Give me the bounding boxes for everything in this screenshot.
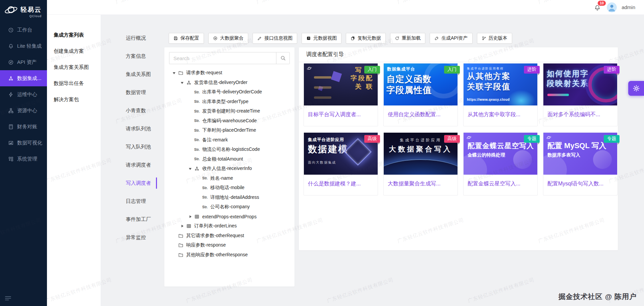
toolbar-button[interactable]: 复制元数据 [346, 33, 386, 44]
search-input[interactable] [169, 52, 276, 64]
tree-node[interactable]: Str. 姓名-name [164, 174, 294, 183]
level-badge: 高级 [444, 135, 460, 143]
tree-node-type-icon: Str. [194, 90, 202, 94]
scheme-menu-item[interactable]: 运行概况 [101, 29, 164, 47]
scheme-menu-item[interactable]: 方案信息 [101, 47, 164, 65]
sidebar-item[interactable]: 系统管理 [0, 151, 47, 167]
tree-node[interactable]: Str. 出库单类型-orderType [164, 97, 294, 107]
guide-card-title[interactable]: 配置金蝶云星空写入... [468, 180, 533, 187]
sidebar-item[interactable]: 数据可视化 [0, 135, 47, 151]
solution-menu-item[interactable]: 集成方案关系图 [47, 59, 101, 75]
guide-card[interactable]: 集成平台进阶应用 大数据聚合写入 高级 大数据量聚合生成写... [383, 132, 458, 195]
thumbnail-main-text: 如何使用字 段映射关系 [547, 69, 589, 89]
scheme-menu-item[interactable]: 数据管理 [101, 83, 164, 101]
sidebar-item[interactable]: 财务对账 [0, 119, 47, 135]
avatar[interactable] [607, 2, 617, 12]
settings-fab[interactable] [628, 81, 644, 96]
toolbar-button[interactable]: 保存配置 [169, 33, 204, 44]
scheme-menu-item[interactable]: 事件加工厂 [101, 210, 164, 228]
toolbar-button[interactable]: 大数据聚合 [208, 33, 248, 44]
caret-icon[interactable] [188, 166, 192, 171]
scheme-menu-item[interactable]: 请求调度者 [101, 156, 164, 174]
guide-card[interactable]: 如何使用字 段映射关系 进阶 面对多个系统编码不... [543, 63, 618, 126]
caret-icon[interactable] [180, 80, 184, 85]
scheme-menu-item[interactable]: 小青查数 [101, 101, 164, 120]
toolbar-button[interactable]: 历史版本 [477, 33, 512, 44]
level-badge: 进阶 [604, 66, 620, 74]
guide-card[interactable]: 配置金蝶云星空写入 金蝶云的特殊处理 专题 配置金蝶云星空写入... [463, 132, 538, 195]
sidebar-item[interactable]: 数据集成... [0, 70, 47, 86]
guide-card[interactable]: 写 入 字段配 关 联 入门 目标平台写入调度者... [304, 63, 378, 126]
scheme-menu-item[interactable]: 异常监控 [101, 228, 164, 247]
guide-card-title[interactable]: 大数据量聚合生成写... [388, 180, 453, 187]
caret-icon[interactable] [188, 215, 192, 218]
tree-node[interactable]: Str. 备注-remark [164, 135, 294, 145]
sidebar-item[interactable]: API 资产 [0, 54, 47, 70]
guide-card[interactable]: 集成平台进阶应用 数据建模 面向大数据集成 高级 什么是数据建模？建... [304, 132, 378, 195]
guide-card-title[interactable]: 什么是数据建模？建... [308, 180, 374, 187]
thumbnail-main-text: 自定义函数 字段属性值 [386, 74, 432, 96]
tree-node[interactable]: Str. 物流公司名称-logisticsCode [164, 145, 294, 155]
toolbar-button[interactable]: 重新加载 [390, 33, 425, 44]
toolbar-button-icon [482, 36, 486, 41]
tree-node[interactable]: 发货单信息-deliveryOrder [164, 78, 294, 88]
tree-node[interactable]: extendProps-extendProps [164, 212, 294, 222]
tree-node[interactable]: Str. 公司名称-company [164, 202, 294, 212]
sidebar-item-label: 工作台 [17, 27, 32, 33]
username[interactable]: admin [622, 4, 635, 10]
tree-node[interactable]: Str. 仓库编码-warehouseCode [164, 116, 294, 126]
search-button[interactable] [276, 52, 289, 64]
topbar-right: 10 admin [594, 2, 635, 12]
guide-card-title[interactable]: 使用自定义函数配置... [388, 111, 453, 118]
tree-node[interactable]: 其他响应参数-otherResponse [164, 250, 294, 260]
guide-card-title[interactable]: 目标平台写入调度者... [308, 111, 374, 118]
solution-menu-item[interactable]: 解决方案包 [47, 91, 101, 107]
guide-card[interactable]: 数据集成平台 自定义函数 字段属性值 入门 使用自定义函数配置... [383, 63, 458, 126]
sidebar-item[interactable]: Lite 轻集成 [0, 38, 47, 54]
sidebar-item[interactable]: 资源中心 [0, 102, 47, 119]
tree-node-label: 下单时间-placeOrderTime [202, 127, 256, 133]
collapse-sidebar-button[interactable] [4, 295, 12, 302]
tree-node-type-icon [178, 243, 186, 248]
tree-node[interactable]: 收件人信息-receiverInfo [164, 164, 294, 174]
guide-card-title[interactable]: 从其他方案中取字段... [468, 111, 533, 118]
toolbar-button[interactable]: 元数据视图 [302, 33, 341, 44]
toolbar-button[interactable]: 接口信息视图 [253, 33, 297, 44]
tree-node[interactable]: 请求参数-request [164, 68, 294, 78]
thumbnail-main-text: 大数据聚合写入 [384, 145, 458, 154]
scheme-menu-item-label: 小青查数 [126, 107, 146, 114]
caret-icon[interactable] [172, 70, 176, 76]
tree-node[interactable]: 其它请求参数-otherRequest [164, 231, 294, 241]
tree-node[interactable]: Str. 出库单号-deliveryOrderCode [164, 87, 294, 97]
tree-node[interactable]: 订单列表-orderLines [164, 221, 294, 231]
scheme-menu-item[interactable]: 请求队列池 [101, 120, 164, 138]
tree-node[interactable]: Str. 详细地址-detailAddress [164, 193, 294, 203]
sidebar-item-icon [8, 76, 14, 81]
tree-node[interactable]: Str. 下单时间-placeOrderTime [164, 126, 294, 135]
sidebar-item[interactable]: 工作台 [0, 22, 47, 38]
tree-node[interactable]: Str. 总金额-totalAmount [164, 155, 294, 164]
caret-icon[interactable] [180, 225, 184, 227]
guide-card[interactable]: 集成平台进阶应用教程 从其他方案 关联字段值 https://www.qeasy… [463, 63, 538, 126]
toolbar-button[interactable]: 生成API资产 [430, 33, 473, 44]
scheme-menu-item-label: 请求调度者 [126, 162, 151, 168]
solution-menu-item[interactable]: 集成方案列表 [47, 27, 101, 43]
tree-node[interactable]: Str. 移动电话-mobile [164, 183, 294, 193]
tree-node[interactable]: Str. 发货单创建时间-createTime [164, 106, 294, 116]
scheme-menu-item[interactable]: 写入调度者 [101, 174, 164, 192]
scheme-menu-item[interactable]: 集成关系图 [101, 65, 164, 83]
tree-node-label: 出库单号-deliveryOrderCode [202, 89, 262, 95]
scheme-menu-item[interactable]: 写入队列池 [101, 138, 164, 156]
guide-card[interactable]: 配置 MySQL 写入 数据库多表写入 专题 配置Mysql语句写入数... [543, 132, 618, 195]
notifications-button[interactable]: 10 [594, 3, 602, 11]
guide-card-title[interactable]: 面对多个系统编码不... [547, 111, 613, 118]
solution-menu-item[interactable]: 创建集成方案 [47, 43, 101, 59]
thumbnail-sub-text: 金蝶云的特殊处理 [468, 152, 505, 158]
scheme-menu-item[interactable]: 日志管理 [101, 192, 164, 210]
guide-card-title[interactable]: 配置Mysql语句写入数... [547, 180, 613, 187]
scheme-menu-item-label: 请求队列池 [126, 126, 151, 132]
tree-node[interactable]: 响应参数-response [164, 241, 294, 250]
solution-menu-item[interactable]: 数据导出任务 [47, 75, 101, 91]
sidebar-item[interactable]: 运维中心 [0, 86, 47, 102]
tree-node-label: 其他响应参数-otherResponse [186, 252, 248, 258]
